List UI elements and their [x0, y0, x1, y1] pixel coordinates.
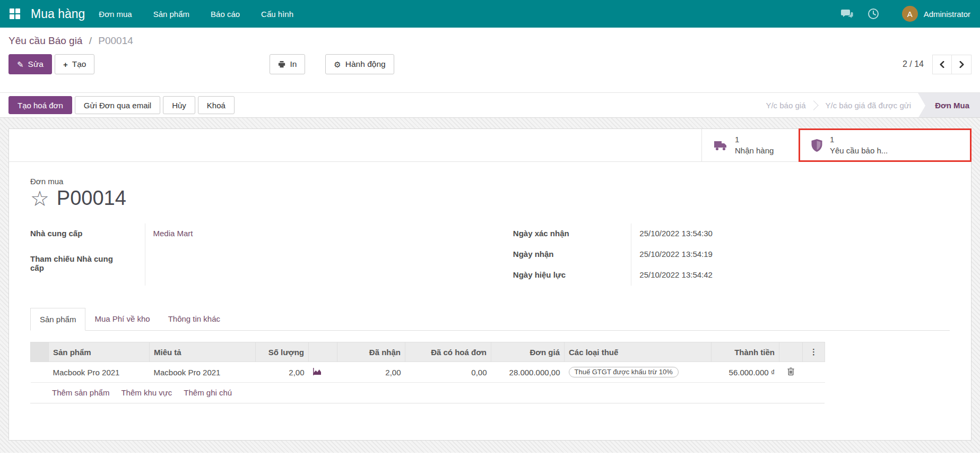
step-rfq[interactable]: Y/c báo giá: [759, 101, 812, 110]
warranty-smart-button[interactable]: 1 Yêu cầu bảo h...: [799, 129, 971, 161]
vendor-ref-label: Tham chiếu Nhà cung cấp: [30, 249, 145, 286]
pencil-icon: ✎: [17, 61, 24, 68]
cell-taxes: Thuế GTGT được khấu trừ 10%: [565, 362, 712, 383]
receipts-smart-button[interactable]: 1 Nhận hàng: [701, 129, 799, 161]
messages-icon[interactable]: [840, 7, 853, 20]
action-button[interactable]: ⚙ Hành động: [325, 54, 394, 74]
add-section-link[interactable]: Thêm khu vực: [121, 388, 172, 397]
truck-icon: [714, 140, 727, 151]
col-unit-price: Đơn giá: [491, 342, 565, 362]
menu-san-pham[interactable]: Sản phẩm: [153, 10, 189, 19]
status-pipeline: Y/c báo giá Y/c báo giá đã được gửi Đơn …: [759, 93, 980, 117]
breadcrumb-separator: /: [89, 35, 92, 46]
receipt-date-label: Ngày nhận: [513, 244, 631, 265]
order-lines-table: Sản phẩm Miêu tả Số lượng Đã nhận Đã có …: [30, 342, 825, 383]
vendor-label: Nhà cung cấp: [30, 223, 145, 249]
menu-bao-cao[interactable]: Báo cáo: [211, 10, 240, 19]
user-name[interactable]: Administrator: [924, 10, 970, 19]
chevron-left-icon: [939, 61, 946, 68]
cell-description: Macbook Pro 2021: [150, 362, 256, 383]
print-button[interactable]: In: [270, 54, 305, 74]
menu-cau-hinh[interactable]: Cấu hình: [261, 10, 293, 19]
order-line-row[interactable]: Macbook Pro 2021 Macbook Pro 2021 2,00 2…: [31, 362, 825, 383]
control-panel: ✎ Sửa + Tạo In ⚙ Hành động 2 / 14: [0, 52, 980, 82]
tab-bar: Sản phẩm Mua Phí về kho Thông tin khác: [30, 308, 950, 331]
cell-billed: 0,00: [405, 362, 491, 383]
top-navbar: Mua hàng Đơn mua Sản phẩm Báo cáo Cấu hì…: [0, 0, 980, 28]
add-note-link[interactable]: Thêm ghi chú: [184, 388, 232, 397]
right-field-group: Ngày xác nhận 25/10/2022 13:54:30 Ngày n…: [513, 223, 946, 286]
table-header-row: Sản phẩm Miêu tả Số lượng Đã nhận Đã có …: [31, 342, 825, 362]
form-statusbar: Tạo hoá đơn Gửi Đơn qua email Hủy Khoá Y…: [0, 92, 980, 118]
form-background: 1 Nhận hàng 1 Yêu cầu bảo h... Đơn mua: [0, 118, 980, 453]
form-sheet: 1 Nhận hàng 1 Yêu cầu bảo h... Đơn mua: [8, 128, 972, 441]
cell-unit-price: 28.000.000,00: [491, 362, 565, 383]
add-product-link[interactable]: Thêm sản phẩm: [52, 388, 109, 397]
printer-icon: [278, 61, 285, 68]
sheet-body: Đơn mua ☆ P00014 Nhà cung cấp Media Mart…: [9, 177, 971, 403]
favorite-star-icon[interactable]: ☆: [30, 188, 49, 209]
step-purchase-order-active[interactable]: Đơn Mua: [918, 93, 980, 117]
vendor-ref-value: [145, 249, 463, 286]
warranty-count: 1: [830, 134, 888, 145]
col-delete: [779, 342, 803, 362]
plus-icon: +: [63, 61, 68, 68]
pager-previous-button[interactable]: [932, 55, 952, 74]
col-received: Đã nhận: [337, 342, 405, 362]
vendor-value-link[interactable]: Media Mart: [145, 223, 463, 249]
breadcrumb: Yêu cầu Báo giá / P00014: [0, 28, 980, 52]
smart-button-box: 1 Nhận hàng 1 Yêu cầu bảo h...: [9, 129, 971, 162]
confirm-date-label: Ngày xác nhận: [513, 223, 631, 244]
col-billed: Đã có hoá đơn: [405, 342, 491, 362]
col-product: Sản phẩm: [49, 342, 150, 362]
effective-date-label: Ngày hiệu lực: [513, 265, 631, 286]
pager-next-button[interactable]: [952, 55, 972, 74]
menu-don-mua[interactable]: Đơn mua: [99, 10, 132, 19]
step-rfq-sent[interactable]: Y/c báo giá đã được gửi: [818, 101, 918, 110]
avatar[interactable]: A: [902, 6, 918, 22]
receipts-label: Nhận hàng: [735, 145, 774, 156]
trash-icon[interactable]: [787, 367, 794, 375]
receipt-date-value: 25/10/2022 13:54:19: [631, 244, 946, 265]
shield-icon: [811, 139, 822, 152]
breadcrumb-current: P00014: [98, 35, 133, 46]
activities-clock-icon[interactable]: [867, 7, 880, 20]
tax-badge: Thuế GTGT được khấu trừ 10%: [569, 367, 679, 377]
cell-toggle-spacer: [803, 362, 825, 383]
document-name: P00014: [57, 187, 126, 210]
cell-quantity: 2,00: [256, 362, 309, 383]
receipts-count: 1: [735, 134, 774, 145]
pager-counter[interactable]: 2 / 14: [903, 59, 924, 69]
left-field-group: Nhà cung cấp Media Mart Tham chiếu Nhà c…: [30, 223, 463, 286]
col-subtotal: Thành tiền: [712, 342, 779, 362]
col-description: Miêu tả: [150, 342, 256, 362]
doc-type-label: Đơn mua: [30, 177, 950, 186]
app-name-menu[interactable]: Mua hàng: [31, 7, 85, 21]
mid-actions: In ⚙ Hành động: [270, 54, 394, 74]
forecast-chart-icon[interactable]: [313, 368, 322, 375]
tab-san-pham[interactable]: Sản phẩm: [30, 308, 85, 331]
send-by-email-button[interactable]: Gửi Đơn qua email: [75, 96, 160, 114]
cancel-button[interactable]: Hủy: [163, 96, 195, 114]
chevron-right-icon: [958, 61, 965, 68]
cell-subtotal: 56.000.000 ₫: [712, 362, 779, 383]
breadcrumb-parent-link[interactable]: Yêu cầu Báo giá: [8, 35, 82, 46]
tab-thong-tin-khac[interactable]: Thông tin khác: [159, 308, 229, 330]
cell-delete: [779, 362, 803, 383]
field-groups: Nhà cung cấp Media Mart Tham chiếu Nhà c…: [30, 223, 950, 286]
confirm-date-value: 25/10/2022 13:54:30: [631, 223, 946, 244]
pager: 2 / 14: [903, 55, 972, 74]
col-taxes: Các loại thuế: [565, 342, 712, 362]
cell-product[interactable]: Macbook Pro 2021: [49, 362, 150, 383]
lock-button[interactable]: Khoá: [198, 96, 235, 114]
create-invoice-button[interactable]: Tạo hoá đơn: [8, 96, 72, 114]
col-forecast: [309, 342, 337, 362]
apps-menu-icon[interactable]: [10, 8, 20, 19]
cell-received: 2,00: [337, 362, 405, 383]
tab-mua-phi-ve-kho[interactable]: Mua Phí về kho: [85, 308, 159, 330]
optional-columns-toggle-icon[interactable]: ⋮: [803, 342, 825, 362]
edit-button[interactable]: ✎ Sửa: [8, 54, 52, 74]
navbar-right: A Administrator: [827, 6, 970, 22]
create-button[interactable]: + Tạo: [55, 54, 94, 74]
list-footer-links: Thêm sản phẩm Thêm khu vực Thêm ghi chú: [30, 383, 825, 403]
